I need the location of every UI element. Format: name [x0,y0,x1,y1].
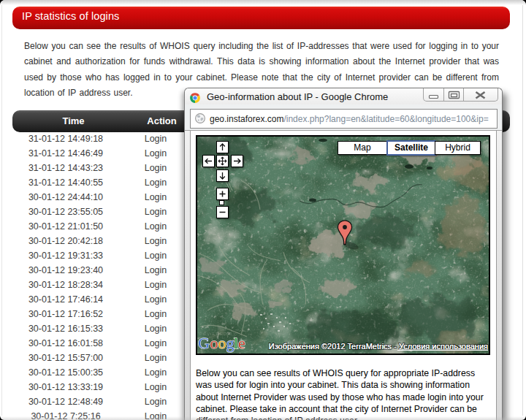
svg-text:Изображения ©2012 TerraMetrics: Изображения ©2012 TerraMetrics - Условия… [269,342,488,351]
svg-text:Google: Google [198,334,245,352]
